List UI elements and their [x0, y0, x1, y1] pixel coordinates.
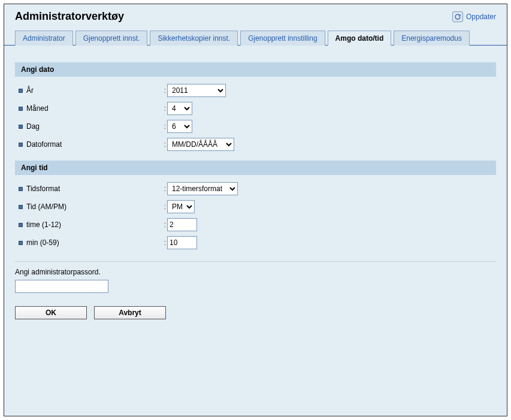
section-time-header: Angi tid	[15, 161, 496, 175]
bullet-icon	[19, 107, 23, 111]
tab-date-time[interactable]: Amgo dato/tid	[328, 31, 392, 46]
row-day: Dag : 6	[15, 117, 496, 135]
ampm-label: Tid (AM/PM)	[26, 203, 66, 211]
row-date-format: Datoformat : MM/DD/ÅÅÅÅ	[15, 135, 496, 153]
row-hour: time (1-12) :	[15, 216, 496, 234]
row-time-format: Tidsformat : 12-timersformat	[15, 180, 496, 198]
bullet-icon	[19, 89, 23, 93]
header: Administratorverktøy Oppdater	[4, 4, 507, 30]
time-format-select[interactable]: 12-timersformat	[167, 182, 238, 195]
bullet-icon	[19, 187, 23, 191]
row-month: Måned : 4	[15, 99, 496, 117]
year-label: År	[26, 86, 34, 95]
page-title: Administratorverktøy	[15, 10, 124, 23]
row-year: År : 2011	[15, 81, 496, 99]
bullet-icon	[19, 205, 23, 209]
date-format-select[interactable]: MM/DD/ÅÅÅÅ	[167, 138, 234, 151]
bullet-icon	[19, 143, 23, 147]
hour-input[interactable]	[167, 218, 197, 231]
tabs: Administrator Gjenopprett innst. Sikkerh…	[4, 30, 507, 46]
minute-label: min (0-59)	[26, 238, 59, 247]
minute-input[interactable]	[167, 236, 197, 249]
tab-administrator[interactable]: Administrator	[15, 31, 73, 46]
ampm-select[interactable]: PM	[167, 200, 195, 213]
year-select[interactable]: 2011	[167, 84, 226, 97]
tab-restore-settings[interactable]: Gjenopprett innst.	[75, 31, 148, 46]
divider	[15, 261, 496, 262]
ok-button[interactable]: OK	[15, 306, 87, 319]
password-label: Angi administratorpassord.	[15, 267, 496, 280]
date-format-label: Datoformat	[26, 140, 62, 149]
cancel-button[interactable]: Avbryt	[94, 306, 166, 319]
update-link[interactable]: Oppdater	[452, 11, 496, 22]
row-minute: min (0-59) :	[15, 234, 496, 252]
admin-password-input[interactable]	[15, 280, 108, 293]
tab-restore-setting[interactable]: Gjenopprett innstilling	[240, 31, 325, 46]
time-format-label: Tidsformat	[26, 185, 60, 193]
content: Angi dato År : 2011 Måned : 4 Dag : 6	[4, 46, 507, 330]
month-select[interactable]: 4	[167, 102, 192, 115]
tab-power-save[interactable]: Energisparemodus	[394, 31, 470, 46]
update-label: Oppdater	[466, 13, 496, 21]
day-label: Dag	[26, 122, 40, 131]
month-label: Måned	[26, 104, 49, 113]
row-ampm: Tid (AM/PM) : PM	[15, 198, 496, 216]
day-select[interactable]: 6	[167, 120, 192, 133]
bullet-icon	[19, 241, 23, 245]
button-row: OK Avbryt	[15, 306, 496, 319]
hour-label: time (1-12)	[26, 220, 61, 229]
refresh-icon	[452, 11, 463, 22]
tab-backup-settings[interactable]: Sikkerhetskopier innst.	[150, 31, 238, 46]
admin-panel: Administratorverktøy Oppdater Administra…	[4, 4, 507, 416]
bullet-icon	[19, 125, 23, 129]
bullet-icon	[19, 223, 23, 227]
section-date-header: Angi dato	[15, 62, 496, 77]
